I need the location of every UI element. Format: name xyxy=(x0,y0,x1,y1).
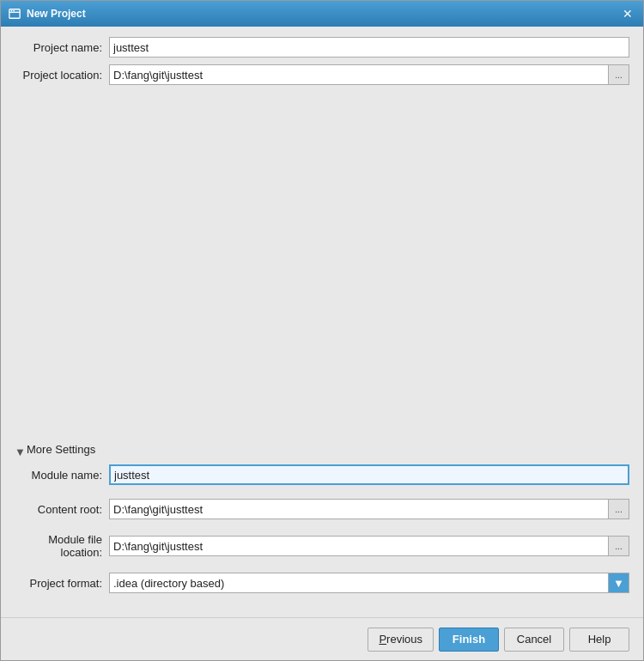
svg-point-3 xyxy=(13,10,15,12)
expand-triangle-icon: ▼ xyxy=(15,446,23,454)
help-button[interactable]: Help xyxy=(569,628,629,652)
project-location-input-group: ... xyxy=(109,64,629,85)
project-format-label: Project format: xyxy=(15,577,109,590)
project-location-input[interactable] xyxy=(109,64,609,85)
content-spacer xyxy=(15,92,629,443)
title-text: New Project xyxy=(27,8,86,20)
project-format-row: Project format: .idea (directory based) … xyxy=(15,573,629,593)
module-file-location-browse-button[interactable]: ... xyxy=(609,536,629,556)
finish-button[interactable]: Finish xyxy=(439,628,499,652)
project-location-label: Project location: xyxy=(15,69,109,82)
bottom-bar: Previous Finish Cancel Help xyxy=(1,617,643,660)
content-root-label: Content root: xyxy=(15,503,109,516)
project-location-browse-button[interactable]: ... xyxy=(609,64,629,85)
content-root-browse-button[interactable]: ... xyxy=(609,499,629,519)
project-name-row: Project name: xyxy=(15,37,629,58)
more-settings-label: More Settings xyxy=(27,443,95,456)
title-bar-left: New Project xyxy=(8,7,86,21)
cancel-button[interactable]: Cancel xyxy=(504,628,564,652)
more-settings-section: ▼ More Settings Module name: Content roo… xyxy=(15,443,629,600)
module-file-location-row: Module file location: ... xyxy=(15,533,629,559)
content-root-input-group: ... xyxy=(109,499,629,519)
svg-point-2 xyxy=(11,10,13,12)
module-file-location-input-group: ... xyxy=(109,536,629,556)
project-format-select-group: .idea (directory based) ▼ xyxy=(109,573,629,593)
title-bar: New Project ✕ xyxy=(1,1,643,27)
project-location-row: Project location: ... xyxy=(15,64,629,85)
more-settings-header[interactable]: ▼ More Settings xyxy=(15,443,629,456)
project-name-input[interactable] xyxy=(109,37,629,58)
module-name-input[interactable] xyxy=(109,464,629,485)
content-root-input[interactable] xyxy=(109,499,609,519)
dialog-icon xyxy=(8,7,21,21)
new-project-dialog: New Project ✕ Project name: Project loca… xyxy=(0,0,644,661)
project-name-label: Project name: xyxy=(15,41,109,54)
previous-label-rest: revious xyxy=(386,633,422,646)
close-button[interactable]: ✕ xyxy=(619,5,636,22)
project-format-dropdown-arrow[interactable]: ▼ xyxy=(609,573,629,593)
dialog-content: Project name: Project location: ... ▼ Mo… xyxy=(1,27,643,617)
module-file-location-label: Module file location: xyxy=(15,533,109,559)
module-name-row: Module name: xyxy=(15,464,629,485)
previous-button[interactable]: Previous xyxy=(368,628,434,652)
previous-label-underline: P xyxy=(379,633,386,646)
more-settings-body: Module name: Content root: ... Module fi… xyxy=(15,464,629,600)
module-file-location-input[interactable] xyxy=(109,536,609,556)
project-format-select[interactable]: .idea (directory based) xyxy=(109,573,609,593)
module-name-label: Module name: xyxy=(15,469,109,482)
content-root-row: Content root: ... xyxy=(15,499,629,519)
